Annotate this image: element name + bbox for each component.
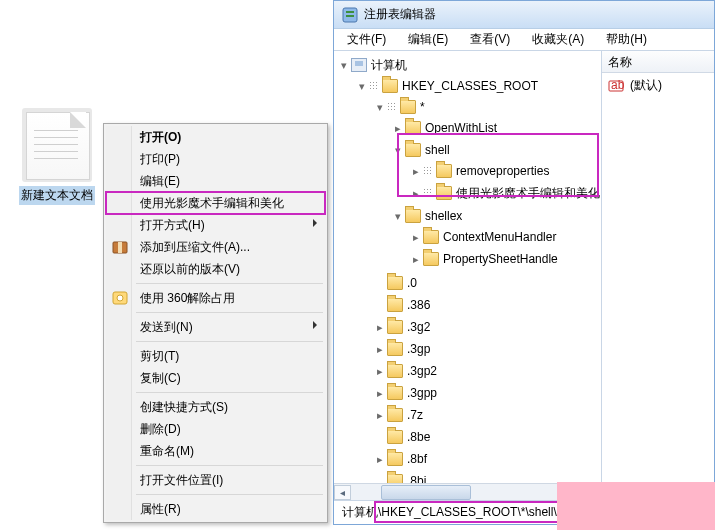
scroll-thumb[interactable] <box>381 485 471 500</box>
tree-node-shell[interactable]: ▾shell ▸removeproperties ▸使用光影魔术手编辑和美化 <box>392 139 601 205</box>
chevron-right-icon <box>313 321 317 329</box>
folder-icon <box>387 386 403 400</box>
ctx-restore-prev[interactable]: 还原以前的版本(V) <box>106 258 325 280</box>
collapse-icon[interactable]: ▾ <box>338 60 349 71</box>
tree-node-shellex[interactable]: ▾shellex ▸ContextMenuHandler ▸PropertySh… <box>392 205 601 271</box>
expand-icon[interactable]: ▸ <box>410 166 421 177</box>
ctx-copy[interactable]: 复制(C) <box>106 367 325 389</box>
ctx-delete[interactable]: 删除(D) <box>106 418 325 440</box>
ctx-properties[interactable]: 属性(R) <box>106 498 325 520</box>
values-pane: 名称 ab (默认) <box>602 51 714 500</box>
tree-node-propertysheethandle[interactable]: ▸PropertySheetHandle <box>410 248 601 270</box>
menu-favorites[interactable]: 收藏夹(A) <box>523 29 593 50</box>
expand-icon[interactable]: ▸ <box>374 454 385 465</box>
folder-icon <box>387 408 403 422</box>
menu-view[interactable]: 查看(V) <box>461 29 519 50</box>
tree-node-star[interactable]: ▾* ▸OpenWithList ▾shell ▸removepropertie… <box>374 96 601 272</box>
separator <box>136 465 323 466</box>
ctx-edit[interactable]: 编辑(E) <box>106 170 325 192</box>
file-name-label: 新建文本文档 <box>19 186 95 205</box>
tree-node-ext[interactable]: ▸.7z <box>374 404 601 426</box>
folder-icon <box>436 164 452 178</box>
context-menu: 打开(O) 打印(P) 编辑(E) 使用光影魔术手编辑和美化 打开方式(H) 添… <box>103 123 328 523</box>
tree-node-hkcr[interactable]: ▾HKEY_CLASSES_ROOT ▾* ▸OpenWithList <box>356 75 601 493</box>
ctx-neoimage[interactable]: 使用光影魔术手编辑和美化 <box>106 192 325 214</box>
tree-node-ext[interactable]: ▸.3g2 <box>374 316 601 338</box>
ctx-rename[interactable]: 重命名(M) <box>106 440 325 462</box>
ctx-360-unlock-label: 使用 360解除占用 <box>140 291 235 305</box>
ctx-add-to-zip[interactable]: 添加到压缩文件(A)... <box>106 236 325 258</box>
folder-icon <box>387 452 403 466</box>
dotted-connector-icon <box>369 81 379 91</box>
folder-icon <box>405 143 421 157</box>
expand-icon[interactable]: ▸ <box>410 254 421 265</box>
expand-icon[interactable]: ▸ <box>374 366 385 377</box>
tree-label: .3g2 <box>407 320 430 334</box>
ctx-open-with-label: 打开方式(H) <box>140 218 205 232</box>
separator <box>136 283 323 284</box>
dotted-connector-icon <box>423 188 433 198</box>
collapse-icon[interactable]: ▾ <box>374 102 385 113</box>
collapse-icon[interactable]: ▾ <box>392 145 403 156</box>
desktop-file[interactable]: 新建文本文档 <box>12 108 102 205</box>
collapse-icon[interactable]: ▾ <box>356 81 367 92</box>
menu-file[interactable]: 文件(F) <box>338 29 395 50</box>
ctx-360-unlock[interactable]: 使用 360解除占用 <box>106 287 325 309</box>
ctx-open-location[interactable]: 打开文件位置(I) <box>106 469 325 491</box>
menu-edit[interactable]: 编辑(E) <box>399 29 457 50</box>
ctx-copy-label: 复制(C) <box>140 371 181 385</box>
value-row-default[interactable]: ab (默认) <box>602 73 714 98</box>
ctx-print-label: 打印(P) <box>140 152 180 166</box>
pink-overlay <box>557 482 715 530</box>
expand-icon[interactable]: ▸ <box>374 388 385 399</box>
expand-icon[interactable]: ▸ <box>410 188 421 199</box>
ctx-neoimage-label: 使用光影魔术手编辑和美化 <box>140 196 284 210</box>
tree-label: .3gp2 <box>407 364 437 378</box>
ctx-edit-label: 编辑(E) <box>140 174 180 188</box>
archive-icon <box>112 239 128 255</box>
tree-node-contextmenuhandler[interactable]: ▸ContextMenuHandler <box>410 226 601 248</box>
expand-icon[interactable]: ▸ <box>392 123 403 134</box>
column-header-name[interactable]: 名称 <box>602 51 714 73</box>
ctx-rename-label: 重命名(M) <box>140 444 194 458</box>
tree-label: .386 <box>407 298 430 312</box>
ctx-cut[interactable]: 剪切(T) <box>106 345 325 367</box>
folder-icon <box>423 252 439 266</box>
tree-node-ext[interactable]: .8be <box>374 426 601 448</box>
expand-icon[interactable]: ▸ <box>374 322 385 333</box>
collapse-icon[interactable]: ▾ <box>392 211 403 222</box>
text-file-icon <box>22 108 92 182</box>
tree-node-ext[interactable]: ▸.3gp <box>374 338 601 360</box>
folder-icon <box>436 186 452 200</box>
ctx-print[interactable]: 打印(P) <box>106 148 325 170</box>
folder-icon <box>387 342 403 356</box>
tree-node-neoimage[interactable]: ▸使用光影魔术手编辑和美化 <box>410 182 601 204</box>
ctx-open-with[interactable]: 打开方式(H) <box>106 214 325 236</box>
expand-icon[interactable]: ▸ <box>410 232 421 243</box>
svg-rect-6 <box>346 15 354 17</box>
ctx-create-shortcut[interactable]: 创建快捷方式(S) <box>106 396 325 418</box>
dotted-connector-icon <box>423 166 433 176</box>
titlebar[interactable]: 注册表编辑器 <box>334 1 714 29</box>
status-path: \HKEY_CLASSES_ROOT\*\shell\使 <box>378 505 569 519</box>
tree-label: .3gpp <box>407 386 437 400</box>
scroll-left-button[interactable]: ◂ <box>334 485 351 500</box>
tree-label: .8bf <box>407 452 427 466</box>
expand-icon[interactable]: ▸ <box>374 410 385 421</box>
ctx-open[interactable]: 打开(O) <box>106 126 325 148</box>
tree-node-ext[interactable]: .0 <box>374 272 601 294</box>
menu-help[interactable]: 帮助(H) <box>597 29 656 50</box>
tree-node-ext[interactable]: ▸.8bf <box>374 448 601 470</box>
tree-pane: ▾计算机 ▾HKEY_CLASSES_ROOT ▾* ▸OpenWithList <box>334 51 602 500</box>
tree-node-openwithlist[interactable]: ▸OpenWithList <box>392 117 601 139</box>
tree-node-computer[interactable]: ▾计算机 ▾HKEY_CLASSES_ROOT ▾* ▸OpenWithList <box>338 54 601 494</box>
expand-icon[interactable]: ▸ <box>374 344 385 355</box>
svg-point-3 <box>117 295 123 301</box>
tree-node-ext[interactable]: ▸.3gp2 <box>374 360 601 382</box>
ctx-open-location-label: 打开文件位置(I) <box>140 473 223 487</box>
ctx-send-to[interactable]: 发送到(N) <box>106 316 325 338</box>
tree-node-ext[interactable]: ▸.3gpp <box>374 382 601 404</box>
scroll-track[interactable] <box>351 485 584 500</box>
tree-node-ext[interactable]: .386 <box>374 294 601 316</box>
tree-node-removeproperties[interactable]: ▸removeproperties <box>410 160 601 182</box>
